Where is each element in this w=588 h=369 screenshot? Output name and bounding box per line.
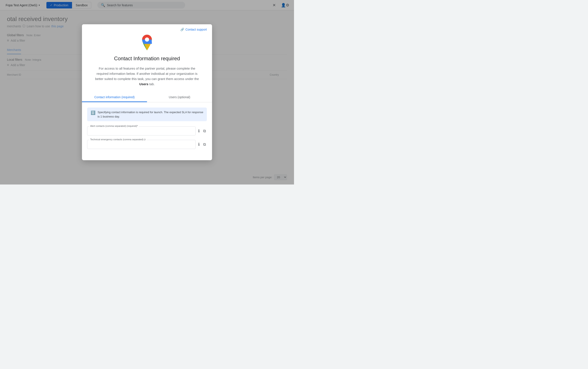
alert-contacts-field-group: Alert contacts (comma separated) (requir… (87, 126, 207, 135)
info-banner-text: Specifying contact information is requir… (98, 110, 203, 119)
tech-emergency-icons: ℹ ⧉ (197, 141, 207, 148)
tech-emergency-info-icon[interactable]: ℹ (197, 141, 201, 148)
tech-emergency-input[interactable] (87, 140, 196, 149)
alert-contacts-wrapper: Alert contacts (comma separated) (requir… (87, 126, 196, 135)
external-link-icon: 🔗 (180, 28, 184, 31)
info-banner: ℹ️ Specifying contact information is req… (87, 108, 207, 121)
contact-support-link[interactable]: 🔗 Contact support (180, 28, 207, 31)
tech-emergency-copy-icon[interactable]: ⧉ (202, 141, 207, 148)
modal-body-text: For access to all features of the partne… (82, 66, 212, 87)
modal-title: Contact Information required (82, 55, 212, 62)
google-maps-logo (139, 35, 155, 50)
modal-overlay: 🔗 Contact support Contact Information re… (0, 0, 294, 184)
contact-info-modal: 🔗 Contact support Contact Information re… (82, 24, 212, 160)
modal-top-bar: 🔗 Contact support (82, 24, 212, 31)
tech-emergency-input-row: Technical emergency contacts (comma sepa… (87, 140, 207, 149)
tech-emergency-field-group: Technical emergency contacts (comma sepa… (87, 140, 207, 149)
svg-point-0 (145, 38, 149, 42)
contact-info-tab[interactable]: Contact information (required) (82, 93, 147, 102)
alert-contacts-input[interactable] (87, 126, 196, 135)
tech-emergency-label: Technical emergency contacts (comma sepa… (89, 138, 147, 141)
modal-logo (82, 31, 212, 55)
alert-contacts-label: Alert contacts (comma separated) (requir… (89, 125, 139, 127)
contact-form: Alert contacts (comma separated) (requir… (82, 126, 212, 149)
modal-tab-bar: Contact information (required) Users (op… (82, 93, 212, 102)
alert-contacts-input-row: Alert contacts (comma separated) (requir… (87, 126, 207, 135)
alert-contacts-icons: ℹ ⧉ (197, 128, 207, 134)
alert-contacts-copy-icon[interactable]: ⧉ (202, 128, 207, 134)
users-optional-tab[interactable]: Users (optional) (147, 93, 212, 102)
tech-emergency-wrapper: Technical emergency contacts (comma sepa… (87, 140, 196, 149)
info-banner-icon: ℹ️ (91, 110, 95, 115)
alert-contacts-info-icon[interactable]: ℹ (197, 128, 201, 134)
